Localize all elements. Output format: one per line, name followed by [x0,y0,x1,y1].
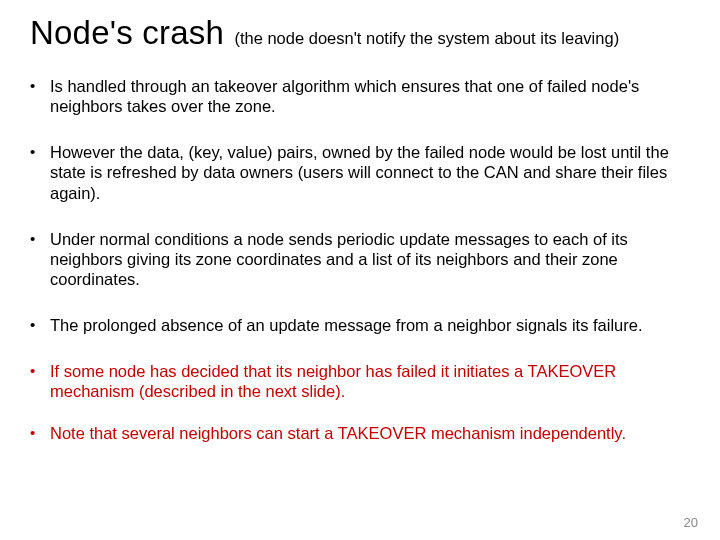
bullet-item: Note that several neighbors can start a … [26,423,696,443]
page-number: 20 [684,515,698,530]
bullet-list: Is handled through an takeover algorithm… [24,76,696,444]
bullet-item: However the data, (key, value) pairs, ow… [26,142,696,202]
slide-subtitle: (the node doesn't notify the system abou… [234,29,619,47]
slide-title: Node's crash [30,14,224,51]
bullet-item: If some node has decided that its neighb… [26,361,696,401]
bullet-item: The prolonged absence of an update messa… [26,315,696,335]
bullet-item: Under normal conditions a node sends per… [26,229,696,289]
bullet-item: Is handled through an takeover algorithm… [26,76,696,116]
slide-title-row: Node's crash (the node doesn't notify th… [24,14,696,52]
